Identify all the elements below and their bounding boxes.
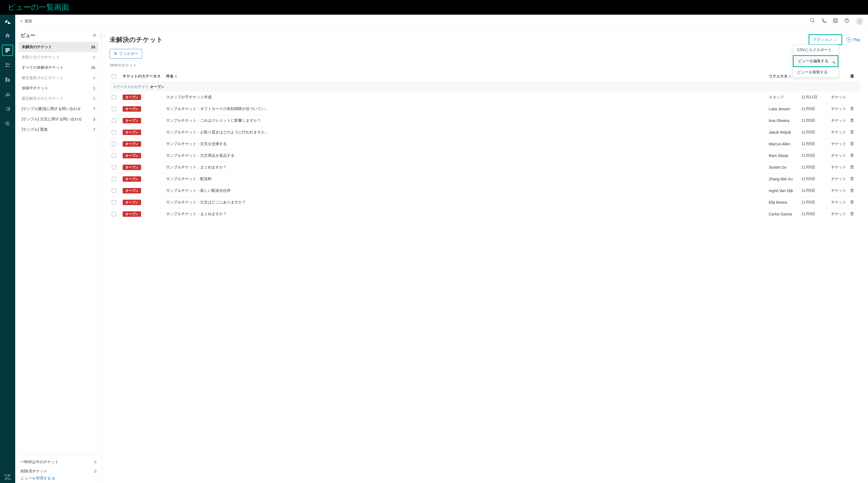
collapse-button[interactable]: ‹: [98, 33, 105, 39]
dropdown-export[interactable]: CSVにエクスポート: [793, 45, 838, 55]
action-button[interactable]: アクション ︿: [809, 34, 842, 45]
table-row[interactable]: オープンサンプルチケット：注文はどこにありますか？Ella Rivera11月5…: [110, 197, 860, 208]
row-status: オープン: [123, 118, 166, 123]
nav-organizations[interactable]: [2, 74, 13, 85]
nav-search-admin[interactable]: [2, 118, 13, 129]
add-button[interactable]: ＋ 追加: [20, 19, 32, 24]
row-requester: Ingrid Van Dijk: [769, 189, 801, 193]
view-item[interactable]: すべての未解決チケット26: [19, 62, 98, 73]
filter-button[interactable]: フィルター: [110, 49, 142, 59]
svg-rect-9: [9, 93, 10, 96]
row-checkbox[interactable]: [112, 142, 123, 146]
phone-icon[interactable]: [821, 18, 827, 24]
deleted-count: 0: [94, 469, 96, 474]
row-status: オープン: [123, 177, 166, 181]
view-item[interactable]: 最近解決されたチケット0: [19, 93, 98, 104]
row-priority: 普: [850, 142, 858, 146]
row-checkbox[interactable]: [112, 153, 123, 158]
nav-admin[interactable]: [2, 103, 13, 115]
table-row[interactable]: オープンサンプルチケット：注文を交換するMarcus Allen11月5日チケッ…: [110, 138, 860, 150]
view-item-label: 最近解決されたチケット: [22, 96, 63, 101]
view-item[interactable]: 未解決のチケット26: [19, 42, 98, 52]
avatar[interactable]: [856, 17, 864, 25]
table-row[interactable]: オープンサンプルチケット：お取り置きはどのように行われますか...Jakub W…: [110, 126, 860, 138]
view-item-count: 26: [91, 45, 95, 49]
row-checkbox[interactable]: [112, 189, 123, 193]
manage-views-link[interactable]: ビューを管理する ⧉: [21, 476, 96, 481]
row-checkbox[interactable]: [112, 177, 123, 181]
view-item[interactable]: [サンプル] 注文に関する問い合わせ3: [19, 114, 98, 124]
main: ＋ 追加 ‹ ビュー ⟳ 未解決のチケット26未割り当てのチケット0すべての未解…: [15, 15, 868, 483]
nav-reporting[interactable]: [2, 89, 13, 100]
table-row[interactable]: オープンサンプルチケット：まとめますか？Soobin Do11月5日チケット普: [110, 162, 860, 173]
nav-customers[interactable]: [2, 59, 13, 70]
view-item-label: 最近更新されたチケット: [22, 76, 63, 80]
row-checkbox[interactable]: [112, 118, 123, 123]
row-type: チケット: [831, 177, 850, 181]
suspended-tickets[interactable]: 一時停止中のチケット 0: [21, 457, 96, 467]
th-priority[interactable]: 優: [850, 74, 858, 79]
dropdown-clone[interactable]: ビューを複製する: [793, 67, 838, 78]
deleted-label: 削除済チケット: [21, 469, 47, 474]
topbar-right: [810, 17, 864, 25]
table-row[interactable]: オープンサンプルチケット：配送料Zhang Wei Xu11月5日チケット普: [110, 173, 860, 185]
th-status[interactable]: チケットのステータス: [123, 74, 166, 79]
row-requester: Jakub Wójcik: [769, 130, 801, 135]
table-row[interactable]: オープンサンプルチケット：ギフトカードの有効期限が近づいてい...Luka Je…: [110, 103, 860, 115]
svg-point-11: [6, 122, 8, 124]
row-priority: 普: [850, 118, 858, 123]
svg-point-3: [6, 63, 8, 65]
row-checkbox[interactable]: [112, 200, 123, 204]
row-date: 11月5日: [801, 211, 831, 217]
row-priority: 普: [850, 130, 858, 135]
view-item[interactable]: 保留中チケット1: [19, 83, 98, 93]
th-subject[interactable]: 件名⇅: [166, 74, 769, 79]
view-item[interactable]: 最近更新されたチケット0: [19, 73, 98, 83]
row-status: オープン: [123, 165, 166, 170]
view-item[interactable]: [サンプル]配送に関する問い合わせ7: [19, 104, 98, 114]
table-row[interactable]: オープンサンプルチケット：注文商品を返品するRam Sitwat11月5日チケッ…: [110, 150, 860, 162]
row-type: チケット: [831, 188, 850, 193]
row-checkbox[interactable]: [112, 95, 123, 100]
row-checkbox[interactable]: [112, 212, 123, 216]
play-button[interactable]: Play: [846, 37, 860, 42]
th-checkbox[interactable]: [112, 74, 123, 79]
brand-logo[interactable]: [3, 18, 12, 26]
table-row[interactable]: オープンスタッフが子チケット作成スタッフ11月11日チケット: [110, 91, 860, 103]
app-frame: ＋ 追加 ‹ ビュー ⟳ 未解決のチケット26未割り当てのチケット0すべての未解…: [0, 15, 868, 483]
svg-point-22: [115, 54, 116, 55]
row-status: オープン: [123, 153, 166, 158]
deleted-tickets[interactable]: 削除済チケット 0: [21, 467, 96, 476]
row-subject: サンプルチケット：配送料: [166, 177, 769, 181]
svg-point-10: [6, 122, 9, 125]
dropdown-edit[interactable]: ビューを編集する ↖: [793, 55, 838, 67]
nav-home[interactable]: [2, 30, 13, 41]
row-checkbox[interactable]: [112, 130, 123, 135]
table-row[interactable]: オープンサンプルチケット：新しい配送先住所Ingrid Van Dijk11月5…: [110, 185, 860, 197]
row-subject: スタッフが子チケット作成: [166, 95, 769, 100]
row-status: オープン: [123, 188, 166, 193]
view-item-count: 0: [93, 76, 95, 80]
row-status: オープン: [123, 200, 166, 205]
view-item-count: 7: [93, 107, 95, 111]
help-icon[interactable]: [844, 18, 849, 24]
row-status: オープン: [123, 211, 166, 217]
svg-rect-13: [834, 19, 835, 20]
svg-rect-7: [6, 94, 7, 96]
apps-icon[interactable]: [833, 18, 838, 24]
view-item[interactable]: [サンプル] 緊急7: [19, 124, 98, 135]
nav-views[interactable]: [2, 45, 13, 56]
search-icon[interactable]: [810, 18, 815, 24]
sort-icon: ⇅: [789, 75, 791, 78]
row-date: 11月5日: [801, 165, 831, 170]
view-item-label: [サンプル]配送に関する問い合わせ: [22, 107, 81, 111]
row-checkbox[interactable]: [112, 165, 123, 170]
row-priority: 普: [850, 211, 858, 217]
table-row[interactable]: オープンサンプルチケット：まとめますか？Carlos Garcia11月5日チケ…: [110, 208, 860, 220]
filter-label: フィルター: [119, 51, 138, 56]
refresh-icon[interactable]: ⟳: [93, 33, 96, 38]
view-item[interactable]: 未割り当てのチケット0: [19, 52, 98, 62]
table-row[interactable]: オープンサンプルチケット：これはクレジットに影響しますか？Ana Oliveir…: [110, 115, 860, 126]
row-checkbox[interactable]: [112, 107, 123, 111]
row-date: 11月5日: [801, 142, 831, 146]
